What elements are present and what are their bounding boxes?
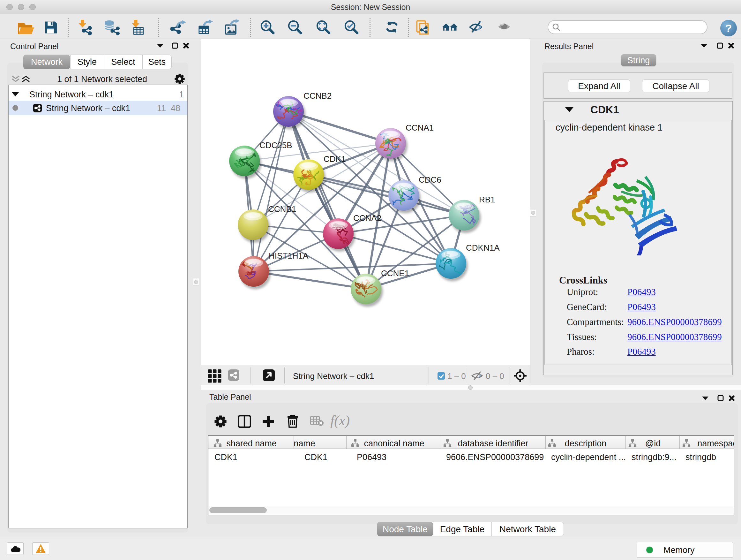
svg-text:CDK1: CDK1: [324, 154, 346, 164]
svg-text:CDKN1A: CDKN1A: [466, 243, 500, 253]
svg-text:CCNA2: CCNA2: [353, 213, 381, 223]
svg-text:RB1: RB1: [479, 195, 495, 204]
svg-text:CCNB2: CCNB2: [304, 91, 332, 101]
svg-text:CDC25B: CDC25B: [259, 140, 292, 150]
svg-text:CCNA1: CCNA1: [406, 123, 434, 132]
svg-text:CCNB1: CCNB1: [268, 204, 296, 214]
svg-text:CCNE1: CCNE1: [381, 268, 409, 278]
svg-text:HIST1H1A: HIST1H1A: [269, 251, 309, 260]
svg-text:CDC6: CDC6: [419, 175, 441, 185]
